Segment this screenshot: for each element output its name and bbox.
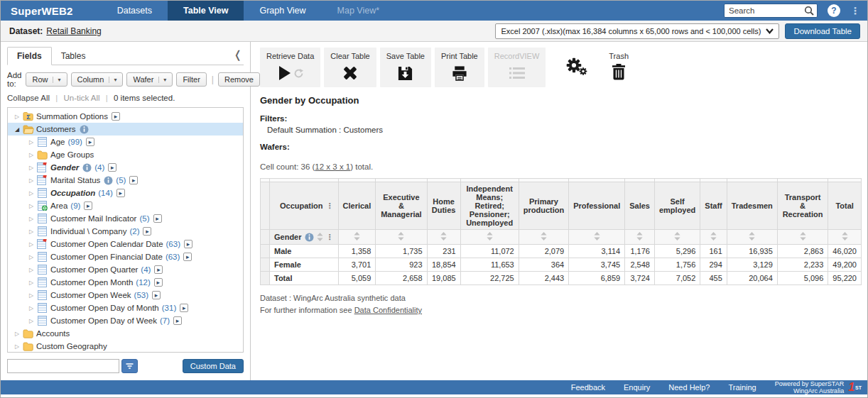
column-header-clerical[interactable]: Clerical xyxy=(338,182,376,230)
tree-item-customer-mail-indicator[interactable]: ▷Customer Mail Indicator(5)▸ xyxy=(8,212,243,225)
tree-item-customer-open-calendar-date[interactable]: ▷Customer Open Calendar Date(63)▸ xyxy=(8,238,243,250)
tree-item-custom-geography[interactable]: ▷Custom Geography xyxy=(8,340,243,353)
row-dimension-header[interactable]: Gender⋮ xyxy=(270,230,339,245)
expand-node-icon[interactable]: ▷ xyxy=(26,203,36,209)
column-header-total[interactable]: Total xyxy=(828,182,862,230)
sort-icon[interactable] xyxy=(654,230,700,245)
expand-node-icon[interactable]: ▷ xyxy=(26,267,36,273)
expand-node-icon[interactable]: ▷ xyxy=(26,292,36,299)
add-to-table-icon[interactable]: ▸ xyxy=(152,291,161,299)
expand-node-icon[interactable]: ▷ xyxy=(12,331,22,337)
expand-node-icon[interactable]: ▷ xyxy=(26,139,36,145)
expand-node-icon[interactable]: ▷ xyxy=(26,241,36,248)
nav-tab-table-view[interactable]: Table View xyxy=(168,1,244,21)
sort-icon[interactable] xyxy=(519,230,568,245)
row-label[interactable]: Female xyxy=(270,258,339,272)
add-to-table-icon[interactable]: ▸ xyxy=(173,316,182,325)
expand-node-icon[interactable]: ▷ xyxy=(26,216,36,222)
tree-item-individual-company[interactable]: ▷Individual \ Company(2)▸ xyxy=(8,225,243,238)
table-options-button[interactable] xyxy=(565,48,587,78)
sort-icon[interactable] xyxy=(460,230,519,245)
toolbar-button-print-table[interactable]: Print Table xyxy=(435,48,484,87)
dataset-link[interactable]: Retail Banking xyxy=(46,26,101,36)
tree-item-customer-open-quarter[interactable]: ▷Customer Open Quarter(4)▸ xyxy=(8,263,243,276)
expand-node-icon[interactable]: ▷ xyxy=(26,280,36,286)
add-to-table-icon[interactable]: ▸ xyxy=(108,163,116,172)
column-menu-icon[interactable]: ⋮ xyxy=(326,201,334,211)
nav-tab-datasets[interactable]: Datasets xyxy=(102,1,168,21)
sort-icon[interactable] xyxy=(317,233,323,241)
add-to-table-icon[interactable]: ▸ xyxy=(86,138,94,146)
info-icon[interactable] xyxy=(80,125,89,134)
column-header-home-duties[interactable]: Home Duties xyxy=(427,182,460,230)
expand-node-icon[interactable]: ▷ xyxy=(26,177,36,184)
sort-icon[interactable] xyxy=(828,230,862,245)
expand-node-icon[interactable]: ▷ xyxy=(12,343,22,350)
field-search-input[interactable] xyxy=(7,359,119,373)
add-to-table-icon[interactable]: ▸ xyxy=(154,278,163,287)
expand-node-icon[interactable]: ▷ xyxy=(26,165,36,171)
footer-link-feedback[interactable]: Feedback xyxy=(571,383,605,392)
collapse-node-icon[interactable]: ◢ xyxy=(12,126,22,133)
add-to-table-icon[interactable]: ▸ xyxy=(154,265,163,274)
sort-icon[interactable] xyxy=(625,230,655,245)
filter-button[interactable]: Filter xyxy=(176,72,206,87)
tree-item-customer-open-day-of-week[interactable]: ▷Customer Open Day of Week(7)▸ xyxy=(8,314,243,327)
row-label[interactable]: Male xyxy=(270,245,339,258)
add-to-table-icon[interactable]: ▸ xyxy=(180,304,188,312)
add-wafer-button[interactable]: Wafer▾ xyxy=(126,72,173,87)
tree-item-customer-open-week[interactable]: ▷Customer Open Week(53)▸ xyxy=(8,289,243,302)
data-confidentiality-link[interactable]: Data Confidentiality xyxy=(354,306,422,314)
sort-icon[interactable] xyxy=(700,230,727,245)
column-header-professional[interactable]: Professional xyxy=(569,182,625,230)
tree-item-gender[interactable]: ▷Gender(4)▸ xyxy=(8,161,243,174)
add-column-button[interactable]: Column▾ xyxy=(71,72,124,87)
sort-icon[interactable] xyxy=(569,230,625,245)
collapse-all-link[interactable]: Collapse All xyxy=(7,94,50,102)
export-format-select[interactable]: Excel 2007 (.xlsx)(max 16,384 columns x … xyxy=(495,23,779,39)
toolbar-button-save-table[interactable]: Save Table xyxy=(380,48,431,87)
column-header-tradesmen[interactable]: Tradesmen xyxy=(727,182,777,230)
add-to-table-icon[interactable]: ▸ xyxy=(153,214,162,223)
info-icon[interactable] xyxy=(104,176,113,185)
expand-node-icon[interactable]: ▷ xyxy=(26,318,36,324)
column-header-independent-means-retired-pensioner-unemployed[interactable]: Independent Means; Retired; Pensioner; U… xyxy=(460,182,519,230)
footer-link-need-help[interactable]: Need Help? xyxy=(668,383,710,392)
sort-icon[interactable] xyxy=(427,230,460,245)
sort-icon[interactable] xyxy=(376,230,427,245)
row-label[interactable]: Total xyxy=(270,272,339,285)
expand-node-icon[interactable]: ▷ xyxy=(12,114,22,120)
field-filter-button[interactable] xyxy=(121,359,138,373)
tab-tables[interactable]: Tables xyxy=(52,48,95,65)
tree-item-customer-open-financial-date[interactable]: ▷Customer Open Financial Date(63)▸ xyxy=(8,250,243,263)
tree-item-age[interactable]: ▷Age(99)▸ xyxy=(8,136,243,148)
expand-node-icon[interactable]: ▷ xyxy=(26,305,36,311)
column-dimension-header[interactable]: Occupation⋮ xyxy=(270,182,339,230)
tree-item-accounts[interactable]: ▷Accounts xyxy=(8,327,243,340)
add-to-table-icon[interactable]: ▸ xyxy=(84,201,92,210)
expand-node-icon[interactable]: ▷ xyxy=(26,152,36,158)
row-menu-icon[interactable]: ⋮ xyxy=(326,233,334,242)
expand-node-icon[interactable]: ▷ xyxy=(26,228,36,235)
help-icon[interactable]: ? xyxy=(828,4,840,17)
info-icon[interactable] xyxy=(82,163,92,172)
toolbar-button-clear-table[interactable]: Clear Table xyxy=(324,48,376,87)
column-header-executive-managerial[interactable]: Executive & Managerial xyxy=(376,182,427,230)
sort-icon[interactable] xyxy=(727,230,777,245)
download-table-button[interactable]: Download Table xyxy=(785,23,860,39)
tree-item-age-groups[interactable]: ▷Age Groups xyxy=(8,148,243,161)
tree-item-customer-open-day-of-month[interactable]: ▷Customer Open Day of Month(31)▸ xyxy=(8,302,243,314)
sort-icon[interactable] xyxy=(338,230,376,245)
add-to-table-icon[interactable]: ▸ xyxy=(112,112,120,121)
nav-tab-graph-view[interactable]: Graph View xyxy=(244,1,321,21)
column-header-staff[interactable]: Staff xyxy=(700,182,727,230)
search-icon[interactable] xyxy=(804,6,814,16)
expand-node-icon[interactable]: ▷ xyxy=(26,190,36,197)
footer-link-training[interactable]: Training xyxy=(728,383,756,392)
tree-item-customers[interactable]: ◢Customers xyxy=(8,123,243,136)
tree-item-marital-status[interactable]: ▷Marital Status(5)▸ xyxy=(8,174,243,187)
add-to-table-icon[interactable]: ▸ xyxy=(183,253,192,261)
search-input[interactable] xyxy=(729,6,804,15)
tree-item-summation-options[interactable]: ▷ΣSummation Options▸ xyxy=(8,110,243,123)
column-header-transport-recreation[interactable]: Transport & Recreation xyxy=(777,182,828,230)
